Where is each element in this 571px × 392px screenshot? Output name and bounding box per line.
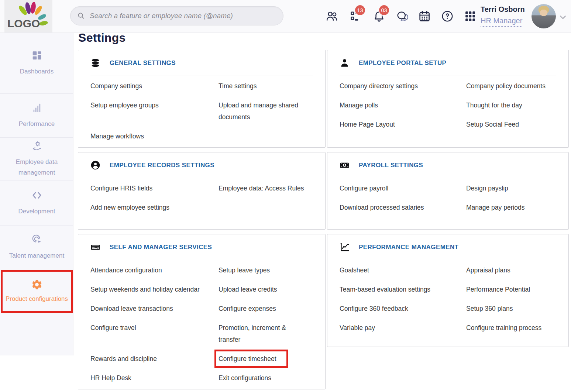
settings-link[interactable]: Manage pay periods — [466, 202, 556, 213]
sidebar-item-employee-data-management[interactable]: Employee data management — [0, 138, 73, 180]
settings-link-configure-timesheet[interactable]: Configure timesheet — [219, 353, 313, 365]
settings-link[interactable]: Exit configurations — [219, 372, 313, 384]
code-icon — [31, 189, 43, 201]
sidebar-item-performance[interactable]: Performance — [0, 94, 73, 138]
card-header: PERFORMANCE MANAGEMENT — [340, 234, 556, 260]
settings-link[interactable]: Add new employee settings — [90, 202, 219, 213]
settings-link[interactable]: Configure travel — [90, 322, 219, 345]
settings-link[interactable]: Appraisal plans — [466, 264, 556, 276]
section-links: Company settings Time settings Setup emp… — [90, 76, 313, 142]
settings-link[interactable]: Configure expenses — [219, 303, 313, 314]
hand-gear-icon — [31, 140, 43, 152]
settings-link[interactable]: Performance Potential — [466, 283, 556, 295]
sidebar: Dashboards Performance Employee — [0, 33, 73, 355]
section-title: GENERAL SETTINGS — [110, 59, 176, 67]
settings-link[interactable]: Upload and manage shared documents — [219, 99, 313, 123]
settings-link[interactable]: Configure payroll — [340, 182, 466, 194]
sidebar-item-talent-management[interactable]: Talent management — [0, 226, 73, 269]
settings-link[interactable]: Company settings — [90, 80, 219, 92]
card-header: EMPLOYEE PORTAL SETUP — [340, 50, 556, 76]
settings-link[interactable]: Setup 360 plans — [466, 303, 556, 314]
line-chart-icon — [340, 242, 350, 252]
card-employee-records-settings: EMPLOYEE RECORDS SETTINGS Configure HRIS… — [78, 152, 326, 230]
chat-icon[interactable] — [395, 10, 409, 23]
settings-link[interactable]: Company directory settings — [340, 80, 466, 92]
keyboard-icon — [90, 242, 100, 252]
settings-link[interactable]: Configure training process — [466, 322, 556, 334]
settings-link[interactable]: Design payslip — [466, 182, 556, 194]
database-icon — [90, 58, 100, 68]
card-header: PAYROLL SETTINGS — [340, 152, 556, 178]
sidebar-item-dashboards[interactable]: Dashboards — [0, 33, 73, 94]
app-logo[interactable]: LOGO — [4, 0, 52, 32]
settings-link[interactable]: Home Page Layout — [340, 118, 466, 130]
card-payroll-settings: PAYROLL SETTINGS Configure payroll Desig… — [327, 152, 569, 230]
search-icon — [77, 12, 85, 20]
settings-link[interactable]: Team-based evaluation settings — [340, 283, 466, 295]
settings-link[interactable]: Download processed salaries — [340, 202, 466, 213]
card-header: GENERAL SETTINGS — [90, 50, 313, 76]
settings-link[interactable]: Promotion, increment & transfer — [219, 322, 313, 345]
settings-link[interactable]: Company policy documents — [466, 80, 556, 92]
settings-link[interactable]: Setup leave types — [219, 264, 313, 276]
search-input[interactable] — [89, 11, 276, 20]
sidebar-item-label: Development — [18, 206, 55, 217]
banknote-icon — [340, 160, 350, 170]
help-icon[interactable] — [441, 10, 454, 23]
calendar-icon[interactable] — [418, 10, 431, 23]
sidebar-item-label: Performance — [19, 118, 55, 129]
dashboard-icon — [31, 49, 43, 61]
bar-chart-icon — [31, 102, 43, 114]
settings-link[interactable]: Setup Social Feed — [466, 118, 556, 130]
people-icon[interactable] — [325, 10, 338, 23]
notifications-badge: 03 — [378, 4, 390, 16]
org-tasks-icon[interactable]: 13 — [348, 10, 362, 23]
card-header: SELF AND MANAGER SERVICES — [90, 234, 313, 260]
settings-link[interactable]: Configure 360 feedback — [340, 303, 466, 314]
user-role[interactable]: HR Manager — [481, 17, 522, 27]
avatar[interactable] — [532, 4, 556, 28]
sidebar-item-label: Employee data management — [3, 157, 70, 178]
sidebar-item-development[interactable]: Development — [0, 180, 73, 226]
chevron-down-icon[interactable] — [559, 13, 567, 21]
logo-text: LOGO — [7, 17, 40, 30]
settings-link[interactable]: Download leave transactions — [90, 303, 219, 314]
card-employee-portal-setup: EMPLOYEE PORTAL SETUP Company directory … — [327, 50, 569, 148]
sidebar-item-label: Product configurations — [6, 293, 68, 304]
org-tasks-badge: 13 — [354, 4, 366, 16]
card-header: EMPLOYEE RECORDS SETTINGS — [90, 152, 313, 178]
section-links: Configure HRIS fields Employee data: Acc… — [90, 178, 313, 213]
settings-link[interactable]: Upload leave credits — [219, 283, 313, 295]
settings-link[interactable]: HR Help Desk — [90, 372, 219, 384]
page-title: Settings — [78, 31, 126, 45]
settings-link[interactable]: Setup weekends and holiday calendar — [90, 283, 219, 295]
settings-link[interactable]: Setup employee groups — [90, 99, 219, 123]
settings-link[interactable]: Employee data: Access Rules — [219, 182, 313, 194]
settings-link[interactable]: Manage polls — [340, 99, 466, 111]
bell-icon[interactable]: 03 — [372, 10, 386, 23]
section-title: EMPLOYEE RECORDS SETTINGS — [110, 162, 214, 169]
settings-link[interactable]: Manage workflows — [90, 130, 219, 142]
settings-link-label: Configure timesheet — [219, 355, 276, 362]
section-title: PERFORMANCE MANAGEMENT — [359, 244, 458, 251]
settings-link[interactable]: Thought for the day — [466, 99, 556, 111]
section-title: EMPLOYEE PORTAL SETUP — [359, 59, 446, 67]
highlight-box-configure-timesheet: Configure timesheet — [219, 353, 276, 365]
settings-link[interactable]: Goalsheet — [340, 264, 466, 276]
card-performance-management: PERFORMANCE MANAGEMENT Goalsheet Apprais… — [327, 234, 569, 347]
settings-link[interactable]: Time settings — [219, 80, 313, 92]
apps-grid-icon[interactable] — [464, 10, 477, 23]
gear-icon — [31, 279, 43, 290]
settings-link[interactable]: Configure HRIS fields — [90, 182, 219, 194]
person-icon — [340, 58, 350, 68]
sidebar-item-label: Dashboards — [20, 66, 54, 77]
sidebar-item-label: Talent management — [9, 250, 64, 261]
section-links: Goalsheet Appraisal plans Team-based eva… — [340, 260, 556, 334]
sidebar-item-product-configurations[interactable]: Product configurations — [1, 270, 73, 313]
section-title: SELF AND MANAGER SERVICES — [110, 244, 212, 251]
settings-link[interactable]: Variable pay — [340, 322, 466, 334]
settings-link[interactable]: Attendance configuration — [90, 264, 219, 276]
settings-link[interactable]: Rewards and discipline — [90, 353, 219, 365]
section-links: Configure payroll Design payslip Downloa… — [340, 178, 556, 213]
search-bar[interactable] — [70, 6, 283, 25]
